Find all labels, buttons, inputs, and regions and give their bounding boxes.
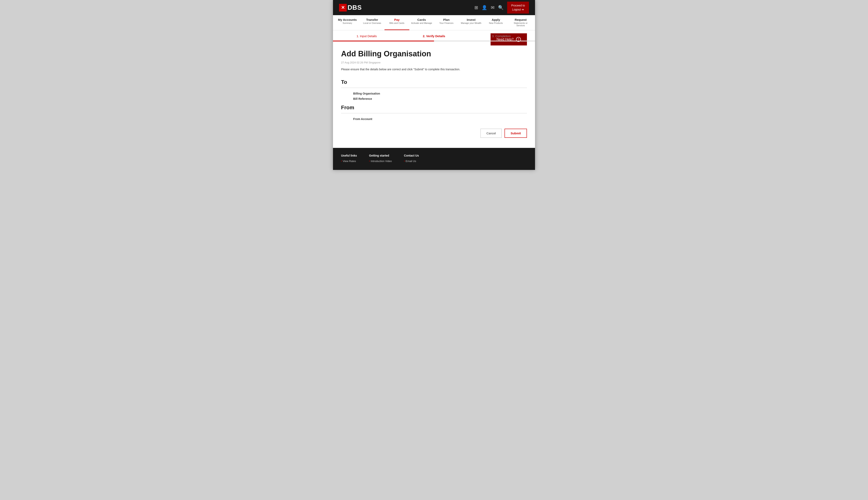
nav-cards-sub: Activate and Manage <box>411 22 433 24</box>
nav-pay-label: Pay <box>386 18 408 21</box>
nav-plan-sub: Your Finances <box>436 22 457 24</box>
nav-request-label: Request <box>510 18 532 21</box>
from-account-row: From Account <box>341 117 527 121</box>
footer-contact-us-heading: Contact Us <box>404 154 419 157</box>
nav-my-accounts-label: My Accounts <box>336 18 358 21</box>
footer-useful-links: Useful links View Rates <box>341 154 357 164</box>
search-icon[interactable]: 🔍 <box>498 5 503 10</box>
mail-icon[interactable]: ✉ <box>491 5 494 10</box>
steps-row: 1. Input Details 2. Verify Details 3. Co… <box>333 30 535 41</box>
nav-invest-label: Invest <box>460 18 482 21</box>
nav-plan-label: Plan <box>436 18 457 21</box>
footer-contact-us: Contact Us Email Us <box>404 154 419 164</box>
step-input: 1. Input Details <box>333 30 400 41</box>
footer-getting-started: Getting started Introduction Video <box>369 154 392 164</box>
nav-invest-sub: Manage your Wealth <box>460 22 482 24</box>
logout-button[interactable]: Proceed toLogout ➜ <box>507 2 529 13</box>
footer-contact-us-list: Email Us <box>404 160 419 163</box>
bill-reference-row: Bill Reference <box>341 97 527 100</box>
nav-pay[interactable]: Pay Bills and Cards <box>385 15 409 30</box>
billing-org-row: Billing Organisation <box>341 92 527 95</box>
header-icons: ⊞ 👤 ✉ 🔍 Proceed toLogout ➜ <box>475 2 529 13</box>
nav-invest[interactable]: Invest Manage your Wealth <box>459 15 484 30</box>
progress-section: 1. Input Details 2. Verify Details 3. Co… <box>333 30 535 42</box>
footer: Useful links View Rates Getting started … <box>333 148 535 170</box>
logo-x-icon: ✕ <box>341 5 345 10</box>
progress-line <box>333 41 535 42</box>
from-divider <box>341 113 527 113</box>
to-divider <box>341 88 527 88</box>
progress-seg-3 <box>468 41 535 42</box>
page-title: Add Billing Organisation <box>341 49 527 58</box>
nav-my-accounts[interactable]: My Accounts Summary <box>335 15 360 30</box>
nav-apply-label: Apply <box>485 18 507 21</box>
bill-reference-label: Bill Reference <box>353 97 393 100</box>
footer-columns: Useful links View Rates Getting started … <box>341 154 527 164</box>
logo-dbs: DBS <box>347 4 362 11</box>
footer-useful-links-heading: Useful links <box>341 154 357 157</box>
nav-cards-label: Cards <box>411 18 433 21</box>
nav-bar: My Accounts Summary Transfer Local or Ov… <box>333 15 535 30</box>
nav-apply-sub: New Products <box>485 22 507 24</box>
action-row: Cancel Submit <box>341 129 527 138</box>
footer-useful-links-list: View Rates <box>341 160 357 163</box>
submit-button[interactable]: Submit <box>504 129 527 138</box>
to-section: To Billing Organisation Bill Reference <box>341 79 527 100</box>
to-heading: To <box>341 79 527 85</box>
nav-my-accounts-sub: Summary <box>336 22 358 24</box>
logo-area: ✕ DBS <box>339 4 362 12</box>
title-area: Need Help? ? Add Billing Organisation 27… <box>341 49 527 77</box>
nav-transfer-sub: Local or Overseas <box>362 22 383 24</box>
footer-getting-started-heading: Getting started <box>369 154 392 157</box>
main-content: Need Help? ? Add Billing Organisation 27… <box>333 42 535 148</box>
nav-transfer[interactable]: Transfer Local or Overseas <box>360 15 385 30</box>
header: ✕ DBS ⊞ 👤 ✉ 🔍 Proceed toLogout ➜ <box>333 0 535 15</box>
from-heading: From <box>341 104 527 111</box>
from-account-label: From Account <box>353 117 393 121</box>
user-icon[interactable]: 👤 <box>482 5 487 10</box>
print-icon[interactable]: ⊞ <box>475 5 478 10</box>
footer-view-rates[interactable]: View Rates <box>341 160 357 163</box>
footer-intro-video[interactable]: Introduction Video <box>369 160 392 163</box>
nav-request-sub: Statements or Services <box>510 22 532 27</box>
footer-email-us[interactable]: Email Us <box>404 160 419 163</box>
nav-pay-sub: Bills and Cards <box>386 22 408 24</box>
nav-cards[interactable]: Cards Activate and Manage <box>409 15 434 30</box>
logo-box: ✕ <box>339 4 347 12</box>
instruction-text: Please ensure that the details below are… <box>341 68 527 71</box>
progress-seg-2 <box>400 41 468 42</box>
page-wrapper: ✕ DBS ⊞ 👤 ✉ 🔍 Proceed toLogout ➜ My Acco… <box>333 0 535 170</box>
nav-transfer-label: Transfer <box>362 18 383 21</box>
timestamp: 27 Aug 2024 02:26 PM Singapore <box>341 61 527 64</box>
nav-plan[interactable]: Plan Your Finances <box>434 15 459 30</box>
footer-getting-started-list: Introduction Video <box>369 160 392 163</box>
progress-seg-1 <box>333 41 400 42</box>
billing-org-label: Billing Organisation <box>353 92 393 95</box>
nav-apply[interactable]: Apply New Products <box>483 15 509 30</box>
step-completion: 3. Completion <box>468 30 535 41</box>
nav-request[interactable]: Request Statements or Services <box>509 15 533 30</box>
from-section: From From Account <box>341 104 527 121</box>
cancel-button[interactable]: Cancel <box>480 129 502 138</box>
step-verify: 2. Verify Details <box>400 30 468 41</box>
